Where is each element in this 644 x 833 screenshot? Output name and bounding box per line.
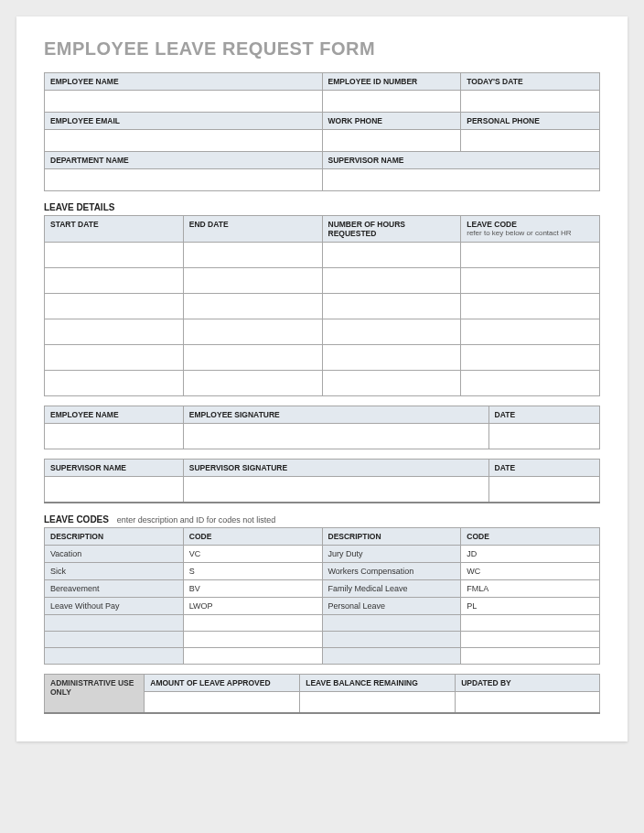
admin-updated-by-header: UPDATED BY — [456, 674, 600, 691]
employee-email-header: EMPLOYEE EMAIL — [45, 113, 323, 130]
work-phone-header: WORK PHONE — [322, 113, 461, 130]
hours-header: NUMBER OF HOURS REQUESTED — [322, 216, 461, 243]
employee-name-input[interactable] — [45, 91, 323, 113]
leave-row-cell[interactable] — [45, 268, 184, 294]
sup-sig-date-header: DATE — [488, 460, 599, 477]
employee-signature-table: EMPLOYEE NAME EMPLOYEE SIGNATURE DATE — [44, 406, 600, 449]
sup-sig-name-header: SUPERVISOR NAME — [45, 460, 184, 477]
form-page: EMPLOYEE LEAVE REQUEST FORM EMPLOYEE NAM… — [16, 16, 628, 741]
code-desc-blank[interactable] — [322, 631, 461, 647]
leave-row-cell[interactable] — [322, 345, 461, 371]
code-code-header-1: CODE — [183, 527, 322, 545]
leave-row-cell[interactable] — [322, 243, 461, 268]
admin-table: ADMINISTRATIVE USE ONLY AMOUNT OF LEAVE … — [44, 674, 600, 715]
code-code-header-2: CODE — [461, 527, 600, 545]
leave-code-sub: refer to key below or contact HR — [467, 229, 594, 237]
employee-info-table: EMPLOYEE NAME EMPLOYEE ID NUMBER TODAY'S… — [44, 72, 600, 191]
leave-row-cell[interactable] — [461, 371, 600, 396]
todays-date-input[interactable] — [461, 91, 600, 113]
code-desc-header-2: DESCRIPTION — [322, 527, 461, 545]
code-code-blank[interactable] — [461, 614, 600, 631]
leave-code-header: LEAVE CODE refer to key below or contact… — [461, 216, 600, 243]
department-name-header: DEPARTMENT NAME — [45, 152, 323, 169]
leave-row-cell[interactable] — [461, 294, 600, 319]
code-desc-blank[interactable] — [322, 647, 461, 664]
leave-row-cell[interactable] — [45, 371, 184, 396]
emp-sig-name-input[interactable] — [45, 424, 184, 449]
leave-row-cell[interactable] — [45, 345, 184, 371]
code-desc: Family Medical Leave — [322, 579, 461, 597]
code-desc: Jury Duty — [322, 545, 461, 562]
leave-row-cell[interactable] — [322, 294, 461, 319]
code-code: LWOP — [183, 597, 322, 614]
code-code-blank[interactable] — [183, 631, 322, 647]
employee-id-header: EMPLOYEE ID NUMBER — [322, 73, 461, 91]
code-desc-blank[interactable] — [45, 647, 184, 664]
admin-approved-input[interactable] — [145, 691, 300, 713]
leave-row-cell[interactable] — [461, 345, 600, 371]
todays-date-header: TODAY'S DATE — [461, 73, 600, 91]
code-desc-blank[interactable] — [322, 614, 461, 631]
emp-sig-signature-header: EMPLOYEE SIGNATURE — [183, 406, 488, 424]
admin-remaining-input[interactable] — [300, 691, 456, 713]
leave-code-label: LEAVE CODE — [467, 220, 517, 229]
admin-approved-header: AMOUNT OF LEAVE APPROVED — [145, 674, 300, 691]
leave-row-cell[interactable] — [45, 319, 184, 345]
supervisor-name-input[interactable] — [322, 169, 600, 191]
department-name-input[interactable] — [45, 169, 323, 191]
code-desc-blank[interactable] — [45, 631, 184, 647]
employee-id-input[interactable] — [322, 91, 461, 113]
leave-row-cell[interactable] — [183, 319, 322, 345]
code-desc-header-1: DESCRIPTION — [45, 527, 184, 545]
leave-row-cell[interactable] — [45, 294, 184, 319]
leave-row-cell[interactable] — [183, 268, 322, 294]
sup-sig-date-input[interactable] — [488, 477, 599, 503]
code-code-blank[interactable] — [183, 647, 322, 664]
emp-sig-name-header: EMPLOYEE NAME — [45, 406, 184, 424]
leave-row-cell[interactable] — [183, 294, 322, 319]
leave-codes-hint: enter description and ID for codes not l… — [117, 515, 276, 525]
code-code: BV — [183, 579, 322, 597]
code-desc: Vacation — [45, 545, 184, 562]
emp-sig-signature-input[interactable] — [183, 424, 488, 449]
leave-row-cell[interactable] — [183, 371, 322, 396]
leave-row-cell[interactable] — [461, 268, 600, 294]
leave-row-cell[interactable] — [45, 243, 184, 268]
code-code: S — [183, 562, 322, 579]
leave-row-cell[interactable] — [322, 319, 461, 345]
admin-remaining-header: LEAVE BALANCE REMAINING — [300, 674, 456, 691]
employee-email-input[interactable] — [45, 130, 323, 152]
code-desc: Personal Leave — [322, 597, 461, 614]
code-code: WC — [461, 562, 600, 579]
leave-row-cell[interactable] — [322, 371, 461, 396]
code-code-blank[interactable] — [183, 614, 322, 631]
code-desc-blank[interactable] — [45, 614, 184, 631]
emp-sig-date-header: DATE — [488, 406, 599, 424]
leave-details-table: START DATE END DATE NUMBER OF HOURS REQU… — [44, 215, 600, 396]
code-code-blank[interactable] — [461, 631, 600, 647]
personal-phone-input[interactable] — [461, 130, 600, 152]
leave-row-cell[interactable] — [183, 345, 322, 371]
leave-row-cell[interactable] — [322, 268, 461, 294]
leave-codes-table: DESCRIPTION CODE DESCRIPTION CODE Vacati… — [44, 527, 600, 665]
work-phone-input[interactable] — [322, 130, 461, 152]
sup-sig-name-input[interactable] — [45, 477, 184, 503]
leave-row-cell[interactable] — [461, 243, 600, 268]
supervisor-name-header: SUPERVISOR NAME — [322, 152, 600, 169]
code-desc: Sick — [45, 562, 184, 579]
admin-label: ADMINISTRATIVE USE ONLY — [45, 674, 145, 713]
leave-row-cell[interactable] — [461, 319, 600, 345]
code-code: PL — [461, 597, 600, 614]
emp-sig-date-input[interactable] — [488, 424, 599, 449]
leave-row-cell[interactable] — [183, 243, 322, 268]
code-code-blank[interactable] — [461, 647, 600, 664]
supervisor-signature-table: SUPERVISOR NAME SUPERVISOR SIGNATURE DAT… — [44, 459, 600, 503]
leave-codes-title: LEAVE CODES — [44, 514, 109, 525]
end-date-header: END DATE — [183, 216, 322, 243]
page-title: EMPLOYEE LEAVE REQUEST FORM — [44, 38, 600, 60]
code-desc: Leave Without Pay — [45, 597, 184, 614]
admin-updated-by-input[interactable] — [456, 691, 600, 713]
sup-sig-signature-input[interactable] — [183, 477, 488, 503]
sup-sig-signature-header: SUPERVISOR SIGNATURE — [183, 460, 488, 477]
leave-codes-section-label: LEAVE CODES enter description and ID for… — [44, 514, 600, 525]
